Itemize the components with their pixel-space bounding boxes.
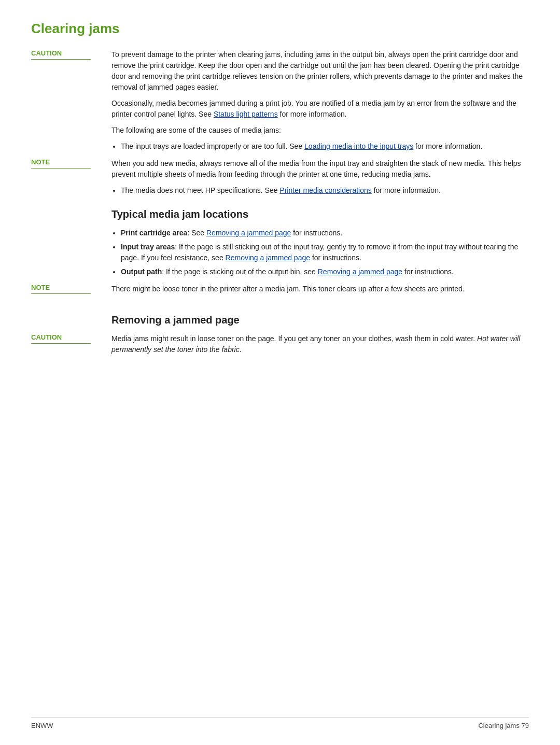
caution2-text-post: . <box>240 345 242 354</box>
caution2-label-cell: CAUTION <box>31 333 111 360</box>
footer-left: ENWW <box>31 722 53 729</box>
caution1-label-cell: CAUTION <box>31 49 111 98</box>
note2-rule <box>31 293 91 294</box>
caution2-rule <box>31 343 91 344</box>
caution2-text-pre: Media jams might result in loose toner o… <box>111 334 477 343</box>
note1-block: NOTE When you add new media, always remo… <box>31 158 529 185</box>
bullet2-post: for more information. <box>372 186 441 194</box>
typ-bullet3-mid: : If the page is sticking out of the out… <box>162 268 317 276</box>
note2-label: NOTE <box>31 284 111 291</box>
caution1-label: CAUTION <box>31 49 111 57</box>
note1-rule <box>31 168 91 168</box>
section2-heading-row: Typical media jam locations <box>31 208 529 220</box>
caution2-block: CAUTION Media jams might result in loose… <box>31 333 529 360</box>
removing-jammed-page-link-2[interactable]: Removing a jammed page <box>226 254 310 262</box>
note2-content: There might be loose toner in the printe… <box>111 284 529 300</box>
note2-text: There might be loose toner in the printe… <box>111 284 529 294</box>
caution1-block: CAUTION To prevent damage to the printer… <box>31 49 529 98</box>
note1-content: When you add new media, always remove al… <box>111 158 529 185</box>
caution1-content: To prevent damage to the printer when cl… <box>111 49 529 98</box>
typ-bullet2-bold: Input tray areas <box>121 243 175 251</box>
note1-label: NOTE <box>31 158 111 166</box>
page-title: Clearing jams <box>31 21 529 37</box>
loading-media-link[interactable]: Loading media into the input trays <box>304 142 413 150</box>
bullet2-block: The media does not meet HP specification… <box>31 185 529 196</box>
footer-right: Clearing jams 79 <box>478 722 529 729</box>
typ-bullet1-mid: : See <box>187 229 206 237</box>
page-footer: ENWW Clearing jams 79 <box>31 717 529 729</box>
bullet2: The media does not meet HP specification… <box>121 185 529 196</box>
typ-bullet2: Input tray areas: If the page is still s… <box>121 242 529 263</box>
causes-list: The input trays are loaded improperly or… <box>121 141 529 152</box>
bullet1-post: for more information. <box>413 142 482 150</box>
bullet2-pre: The media does not meet HP specification… <box>121 186 279 194</box>
para1-block: Occasionally, media becomes jammed durin… <box>31 98 529 152</box>
media-spec-list: The media does not meet HP specification… <box>121 185 529 196</box>
caution2-label: CAUTION <box>31 333 111 341</box>
caution2-text: Media jams might result in loose toner o… <box>111 333 529 355</box>
note1-label-cell: NOTE <box>31 158 111 185</box>
typ-bullet3: Output path: If the page is sticking out… <box>121 266 529 277</box>
section3-heading-row: Removing a jammed page <box>31 314 529 326</box>
printer-media-link[interactable]: Printer media considerations <box>279 186 371 194</box>
removing-jammed-page-link-3[interactable]: Removing a jammed page <box>318 268 402 276</box>
para2: The following are some of the causes of … <box>111 125 529 136</box>
note1-text: When you add new media, always remove al… <box>111 158 529 180</box>
bullet1-pre: The input trays are loaded improperly or… <box>121 142 304 150</box>
caution2-content: Media jams might result in loose toner o… <box>111 333 529 360</box>
caution1-rule <box>31 59 91 60</box>
typ-bullet1: Print cartridge area: See Removing a jam… <box>121 228 529 238</box>
removing-jammed-page-link-1[interactable]: Removing a jammed page <box>206 229 291 237</box>
caution1-text: To prevent damage to the printer when cl… <box>111 49 529 93</box>
para1-end: for more information. <box>278 110 347 118</box>
note2-block: NOTE There might be loose toner in the p… <box>31 284 529 300</box>
note2-label-cell: NOTE <box>31 284 111 300</box>
typ-bullet2-post: for instructions. <box>310 254 361 262</box>
section2-title: Typical media jam locations <box>111 208 529 220</box>
bullet1: The input trays are loaded improperly or… <box>121 141 529 152</box>
section3-title: Removing a jammed page <box>111 314 529 326</box>
status-light-patterns-link[interactable]: Status light patterns <box>214 110 278 118</box>
para1: Occasionally, media becomes jammed durin… <box>111 98 529 120</box>
typ-bullet1-bold: Print cartridge area <box>121 229 187 237</box>
typ-bullet3-post: for instructions. <box>402 268 454 276</box>
typical-locations-block: Print cartridge area: See Removing a jam… <box>31 228 529 277</box>
typical-jam-list: Print cartridge area: See Removing a jam… <box>121 228 529 277</box>
typ-bullet1-post: for instructions. <box>291 229 342 237</box>
typ-bullet3-bold: Output path <box>121 268 162 276</box>
